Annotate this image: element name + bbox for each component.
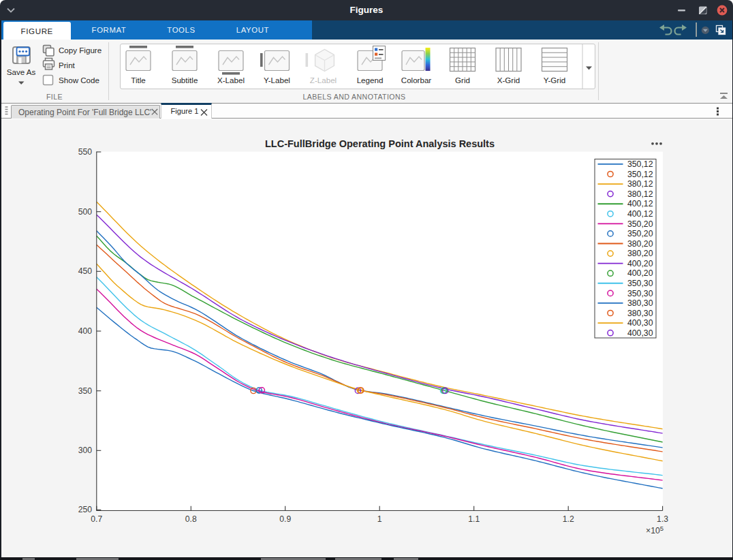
svg-text:350,12: 350,12 <box>627 170 653 179</box>
svg-text:380,12: 380,12 <box>627 179 653 189</box>
svg-text:350,12: 350,12 <box>627 159 653 169</box>
svg-text:400,12: 400,12 <box>627 209 653 219</box>
svg-text:×105: ×105 <box>646 525 664 536</box>
svg-text:500: 500 <box>78 207 93 217</box>
svg-text:400: 400 <box>78 326 93 336</box>
svg-text:380,20: 380,20 <box>627 239 653 249</box>
svg-text:350,20: 350,20 <box>627 229 653 238</box>
svg-text:0.8: 0.8 <box>185 514 197 524</box>
svg-text:380,20: 380,20 <box>627 249 653 258</box>
svg-text:400,30: 400,30 <box>627 318 653 328</box>
svg-text:350,30: 350,30 <box>627 279 653 288</box>
svg-text:380,30: 380,30 <box>627 298 653 308</box>
svg-text:LLC-FullBridge Operating Point: LLC-FullBridge Operating Point Analysis … <box>265 138 495 149</box>
svg-text:450: 450 <box>78 266 93 276</box>
svg-text:1.2: 1.2 <box>563 514 574 524</box>
svg-text:380,12: 380,12 <box>627 189 653 199</box>
svg-text:350: 350 <box>78 386 93 396</box>
svg-text:0.7: 0.7 <box>91 514 102 524</box>
svg-text:250: 250 <box>78 505 93 514</box>
svg-text:1: 1 <box>377 514 382 524</box>
svg-text:400,20: 400,20 <box>627 259 653 268</box>
svg-text:400,30: 400,30 <box>627 328 653 338</box>
svg-text:380,30: 380,30 <box>627 309 653 318</box>
svg-text:400,20: 400,20 <box>627 268 653 278</box>
svg-text:550: 550 <box>78 147 93 157</box>
svg-text:0.9: 0.9 <box>279 514 291 524</box>
svg-text:350,20: 350,20 <box>627 219 653 229</box>
svg-text:1.1: 1.1 <box>468 514 480 524</box>
svg-text:400,12: 400,12 <box>627 199 653 208</box>
svg-text:300: 300 <box>78 446 93 455</box>
svg-text:350,30: 350,30 <box>627 289 653 298</box>
svg-text:1.3: 1.3 <box>657 514 668 524</box>
